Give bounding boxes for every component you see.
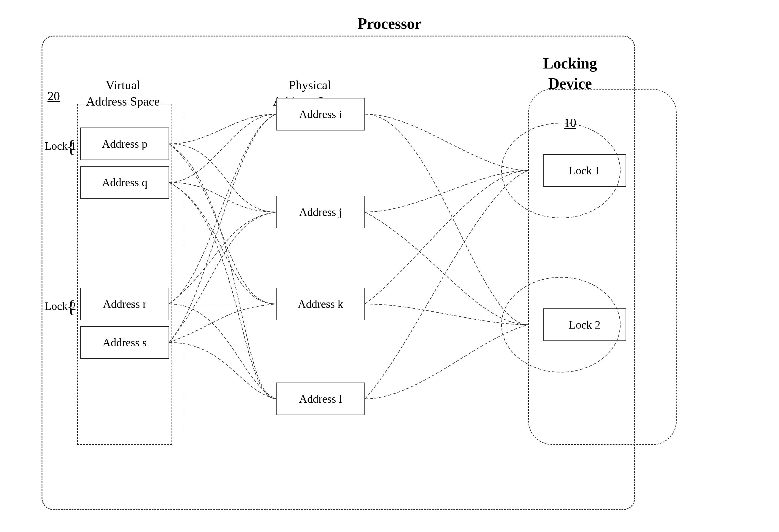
locking-device-label: Locking Device xyxy=(543,53,597,93)
lock1-bracket-label: Lock 1 { xyxy=(45,139,76,152)
lock2-bracket-label: Lock 2 { xyxy=(45,300,76,313)
address-i-box: Address i xyxy=(276,98,365,130)
address-q-box: Address q xyxy=(80,166,169,199)
ref-20: 20 xyxy=(48,89,60,103)
lock2-box: Lock 2 xyxy=(543,309,626,341)
address-s-box: Address s xyxy=(80,326,169,359)
address-r-box: Address r xyxy=(80,288,169,320)
locking-device-box xyxy=(528,89,677,445)
processor-title: Processor xyxy=(358,15,422,32)
lock1-box: Lock 1 xyxy=(543,154,626,187)
address-k-box: Address k xyxy=(276,288,365,320)
diagram: Processor 20 Virtual Address Space Physi… xyxy=(18,12,761,520)
address-l-box: Address l xyxy=(276,383,365,415)
address-p-box: Address p xyxy=(80,128,169,160)
address-j-box: Address j xyxy=(276,196,365,228)
